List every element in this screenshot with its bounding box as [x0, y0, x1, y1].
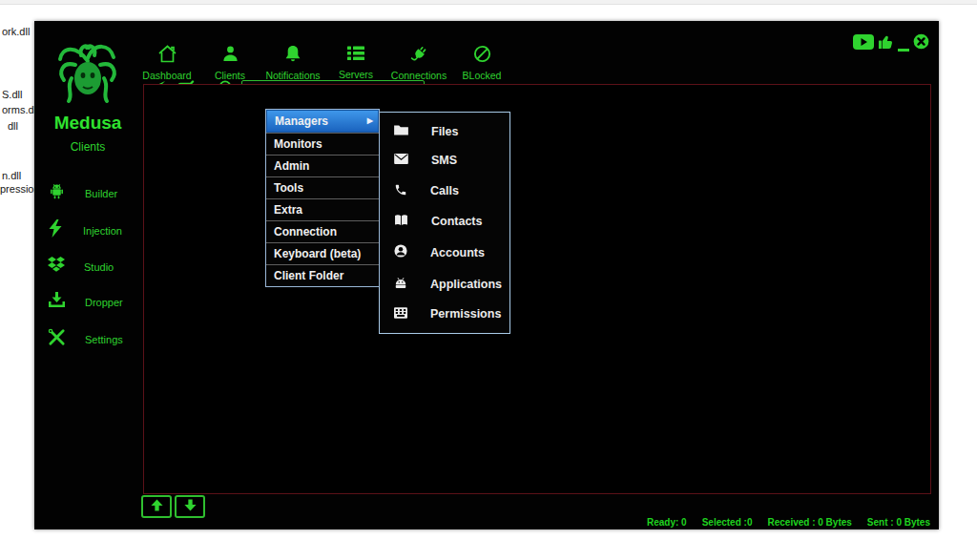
context-menu-item-label: Tools	[274, 181, 303, 195]
sidebar-item-dropper[interactable]: Dropper	[34, 284, 141, 321]
android-icon	[48, 182, 66, 204]
window-controls	[853, 33, 929, 53]
minimize-icon[interactable]	[898, 49, 909, 52]
client-list-area[interactable]	[143, 84, 931, 494]
bell-icon	[284, 45, 301, 67]
background-text-fragment: ork.dll	[2, 26, 30, 37]
nav-item-notifications[interactable]: Notifications	[261, 45, 324, 81]
top-navigation: Dashboard Clients Notifications	[135, 45, 513, 81]
app-title: Medusa	[34, 113, 141, 134]
medusa-logo	[54, 36, 121, 107]
background-text-fragment: orms.dll	[2, 104, 39, 115]
background-text-fragment: n.dll	[2, 170, 21, 181]
nav-item-dashboard[interactable]: Dashboard	[135, 45, 198, 81]
medusa-app-window: Medusa Clients Bui	[34, 21, 939, 529]
scroll-up-button[interactable]	[141, 495, 172, 518]
status-bar: Ready: 0 Selected :0 Received : 0 Bytes …	[647, 517, 930, 528]
context-menu-item-label: Extra	[274, 203, 302, 217]
context-menu-item-extra[interactable]: Extra	[266, 198, 379, 220]
dropbox-icon	[48, 257, 65, 277]
managers-submenu: Files SMS Calls	[379, 112, 510, 334]
context-menu-item-label: Keyboard (beta)	[274, 247, 361, 260]
sidebar-item-label: Dropper	[85, 297, 123, 308]
close-icon[interactable]	[913, 33, 929, 53]
folder-icon	[394, 124, 408, 138]
arrow-down-icon	[183, 498, 197, 516]
status-ready: Ready: 0	[647, 517, 687, 528]
context-menu-item-client-folder[interactable]: Client Folder	[266, 264, 379, 286]
submenu-item-files[interactable]: Files	[380, 124, 509, 138]
sidebar-item-settings[interactable]: Settings	[34, 321, 141, 358]
browser-top-strip	[0, 0, 977, 5]
submenu-item-calls[interactable]: Calls	[380, 183, 509, 199]
lightning-icon	[48, 219, 64, 241]
sidebar-item-label: Studio	[84, 261, 114, 273]
nav-item-clients[interactable]: Clients	[198, 45, 261, 81]
sidebar-item-label: Settings	[85, 334, 123, 345]
context-menu-item-label: Admin	[274, 159, 309, 173]
scroll-arrow-bar	[141, 495, 205, 518]
submenu-item-label: Applications	[430, 278, 502, 291]
context-menu-item-label: Managers	[275, 114, 328, 128]
context-menu-item-label: Client Folder	[274, 269, 343, 282]
status-selected: Selected :0	[702, 517, 753, 528]
sidebar-item-builder[interactable]: Builder	[34, 175, 141, 212]
sidebar-menu: Builder Injection	[34, 175, 141, 358]
download-tray-icon	[48, 292, 66, 313]
context-menu-item-monitors[interactable]: Monitors	[266, 133, 379, 155]
context-menu-item-admin[interactable]: Admin	[266, 155, 379, 176]
status-sent: Sent : 0 Bytes	[867, 517, 930, 528]
background-text-fragment: dll	[8, 120, 18, 132]
person-icon	[221, 45, 239, 67]
nav-item-blocked[interactable]: BLocked	[450, 45, 513, 81]
submenu-item-label: Files	[431, 125, 459, 138]
context-menu-item-label: Connection	[274, 225, 337, 239]
context-menu-item-connection[interactable]: Connection	[266, 220, 379, 242]
contacts-book-icon	[394, 215, 408, 229]
submenu-item-label: SMS	[431, 154, 457, 167]
context-menu: Managers ▶ Monitors Admin Tools Extra Co…	[265, 109, 380, 287]
submenu-item-label: Permissions	[430, 307, 501, 321]
grid-icon	[394, 307, 407, 321]
blocked-icon	[473, 45, 491, 67]
context-menu-item-tools[interactable]: Tools	[266, 176, 379, 198]
context-menu-item-keyboard[interactable]: Keyboard (beta)	[266, 242, 379, 264]
submenu-arrow-icon: ▶	[367, 111, 373, 132]
context-menu-item-managers[interactable]: Managers ▶	[266, 110, 379, 133]
nav-item-servers[interactable]: Servers	[324, 45, 387, 81]
submenu-item-sms[interactable]: SMS	[380, 154, 509, 167]
submenu-item-applications[interactable]: Applications	[380, 277, 509, 292]
submenu-item-label: Calls	[430, 184, 459, 197]
status-received: Received : 0 Bytes	[767, 517, 851, 528]
account-circle-icon	[394, 244, 407, 260]
server-list-icon	[346, 45, 365, 66]
sidebar-item-label: Builder	[85, 188, 117, 199]
crossed-tools-icon	[48, 328, 66, 350]
android-head-icon	[394, 277, 407, 292]
background-text-fragment: S.dll	[2, 89, 22, 100]
submenu-item-accounts[interactable]: Accounts	[380, 244, 509, 260]
scroll-down-button[interactable]	[175, 495, 205, 518]
submenu-item-permissions[interactable]: Permissions	[380, 307, 509, 321]
phone-icon	[394, 183, 407, 199]
thumbs-up-icon[interactable]	[878, 33, 894, 53]
envelope-icon	[394, 154, 408, 167]
arrow-up-icon	[150, 498, 164, 516]
submenu-item-label: Contacts	[431, 215, 482, 228]
youtube-icon[interactable]	[853, 34, 874, 53]
plug-icon	[410, 45, 428, 67]
nav-item-connections[interactable]: Connections	[387, 45, 450, 81]
sidebar-item-studio[interactable]: Studio	[34, 249, 141, 284]
app-subtitle: Clients	[34, 140, 141, 154]
sidebar-item-label: Injection	[83, 225, 122, 237]
context-menu-item-label: Monitors	[274, 137, 322, 151]
submenu-item-label: Accounts	[430, 246, 485, 259]
nav-item-label: BLocked	[463, 70, 502, 81]
sidebar: Medusa Clients Bui	[34, 21, 141, 529]
sidebar-item-injection[interactable]: Injection	[34, 212, 141, 249]
submenu-item-contacts[interactable]: Contacts	[380, 215, 509, 229]
home-icon	[157, 45, 177, 67]
